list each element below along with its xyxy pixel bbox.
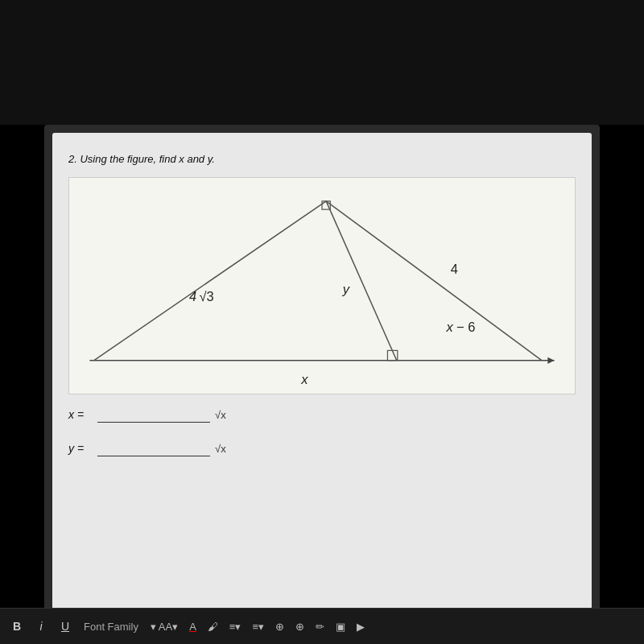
top-black-area bbox=[0, 0, 644, 125]
svg-text:x: x bbox=[446, 320, 454, 334]
svg-text:√3: √3 bbox=[199, 289, 213, 303]
edit-button[interactable]: ✏ bbox=[313, 619, 327, 634]
svg-text:x: x bbox=[300, 372, 308, 386]
svg-line-2 bbox=[94, 201, 327, 361]
font-color-button[interactable]: A bbox=[187, 619, 199, 634]
y-variable: y = bbox=[68, 442, 93, 455]
list-button[interactable]: ≡▾ bbox=[250, 619, 266, 634]
font-size-button[interactable]: ▾ AA▾ bbox=[148, 619, 180, 634]
svg-line-4 bbox=[326, 201, 397, 361]
svg-text:y: y bbox=[342, 282, 351, 296]
x-input-line[interactable] bbox=[97, 407, 210, 423]
y-sqrt-symbol: √x bbox=[215, 443, 226, 455]
svg-text:4: 4 bbox=[189, 289, 196, 303]
svg-text:4: 4 bbox=[451, 262, 458, 276]
toolbar: B i U Font Family ▾ AA▾ A 🖌 ≡▾ ≡▾ ⊕ ⊕ ✏ … bbox=[0, 608, 644, 644]
svg-marker-1 bbox=[547, 357, 554, 364]
underline-button[interactable]: U bbox=[56, 618, 74, 634]
x-sqrt-symbol: √x bbox=[215, 409, 226, 421]
answer-row-x: x = √x bbox=[68, 407, 226, 423]
font-family-label[interactable]: Font Family bbox=[80, 621, 142, 633]
triangle-figure: 4 √3 y 4 x − 6 x bbox=[69, 178, 575, 394]
svg-line-3 bbox=[326, 201, 542, 361]
paint-icon[interactable]: 🖌 bbox=[205, 619, 221, 634]
link-button[interactable]: ⊕ bbox=[273, 619, 287, 634]
question-text: 2. Using the figure, find x and y. bbox=[68, 153, 215, 165]
answer-row-y: y = √x bbox=[68, 440, 226, 456]
align-left-button[interactable]: ≡▾ bbox=[227, 619, 244, 634]
media-button[interactable]: ⊕ bbox=[293, 619, 307, 634]
answer-area: x = √x y = √x bbox=[68, 407, 226, 474]
content-card: 2. Using the figure, find x and y. bbox=[44, 125, 600, 644]
figure-box: 4 √3 y 4 x − 6 x bbox=[68, 177, 576, 394]
x-variable: x = bbox=[68, 408, 93, 421]
y-input-line[interactable] bbox=[97, 440, 210, 456]
image-button[interactable]: ▣ bbox=[333, 619, 348, 634]
bold-button[interactable]: B bbox=[8, 618, 26, 634]
more-button[interactable]: ▶ bbox=[354, 619, 367, 634]
document-area: 2. Using the figure, find x and y. bbox=[52, 133, 592, 644]
svg-text:− 6: − 6 bbox=[456, 320, 475, 334]
italic-button[interactable]: i bbox=[32, 618, 50, 634]
